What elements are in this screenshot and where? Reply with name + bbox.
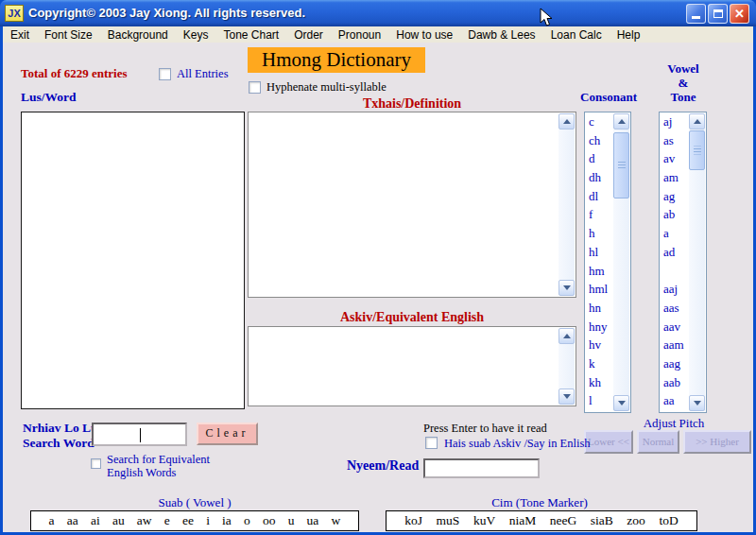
menu-item[interactable]: Font Size <box>37 27 100 43</box>
vowel-tone-scrollbar[interactable] <box>689 113 705 411</box>
hyphenate-checkbox[interactable] <box>249 81 261 94</box>
suab-key[interactable]: o <box>244 513 250 528</box>
search-input[interactable] <box>92 423 187 446</box>
cim-key[interactable]: niaM <box>509 513 537 528</box>
vowel-tone-item[interactable]: aaj <box>660 280 690 299</box>
scroll-thumb[interactable] <box>613 132 629 198</box>
definition-scrollbar[interactable] <box>558 113 575 296</box>
suab-key[interactable]: e <box>164 513 170 528</box>
suab-key[interactable]: aw <box>137 513 152 528</box>
consonant-item[interactable]: dh <box>585 168 614 187</box>
minimize-button[interactable] <box>686 4 706 24</box>
vowel-tone-item[interactable]: am <box>660 168 690 187</box>
consonant-item[interactable]: l <box>585 391 614 410</box>
cim-key[interactable]: toD <box>659 513 678 528</box>
consonant-item[interactable]: hv <box>585 336 614 354</box>
vowel-tone-item[interactable]: aad <box>660 410 690 412</box>
cim-key[interactable]: muS <box>437 513 460 528</box>
close-button[interactable] <box>730 4 749 24</box>
all-entries-checkbox[interactable] <box>159 68 171 80</box>
vowel-tone-item[interactable]: av <box>660 149 690 168</box>
consonant-item[interactable]: d <box>585 149 614 168</box>
consonant-item[interactable]: hml <box>585 280 614 299</box>
suab-key[interactable]: aa <box>67 513 78 528</box>
consonant-item[interactable]: dl <box>585 187 614 206</box>
word-listbox[interactable] <box>21 112 245 409</box>
vowel-tone-item[interactable]: ad <box>660 243 690 262</box>
app-icon: JX <box>5 5 24 22</box>
consonant-item[interactable]: kh <box>585 373 614 392</box>
vowel-tone-item[interactable]: aj <box>660 112 690 131</box>
scroll-up-button[interactable] <box>558 113 575 129</box>
cim-key[interactable]: koJ <box>404 513 422 528</box>
menu-item[interactable]: Order <box>286 27 331 43</box>
suab-key[interactable]: w <box>332 513 341 528</box>
vowel-tone-item[interactable]: a <box>660 224 690 243</box>
title-bar[interactable]: JX Copyright© 2003 Jay Xiong. All rights… <box>0 0 756 26</box>
vowel-tone-item[interactable]: aav <box>660 318 690 337</box>
suab-key[interactable]: a <box>49 513 55 528</box>
menu-item[interactable]: Exit <box>3 27 37 43</box>
cim-tone-label: Cim (Tone Marker) <box>386 495 694 510</box>
menu-item[interactable]: Keys <box>176 27 216 43</box>
menu-item[interactable]: Tone Chart <box>215 27 286 43</box>
english-textarea[interactable] <box>248 326 576 406</box>
cim-key[interactable]: neeG <box>550 513 576 528</box>
vowel-tone-item[interactable]: ag <box>660 187 690 206</box>
suab-key[interactable]: ia <box>222 513 232 528</box>
english-scrollbar[interactable] <box>558 328 575 405</box>
consonant-item[interactable]: hl <box>585 243 614 262</box>
consonant-item[interactable]: hn <box>585 299 614 318</box>
consonant-item[interactable]: hny <box>585 318 614 337</box>
restore-button[interactable] <box>708 4 728 24</box>
menu-item[interactable]: Help <box>610 27 648 43</box>
vowel-tone-item[interactable]: aag <box>660 354 690 373</box>
suab-key[interactable]: au <box>112 513 125 528</box>
search-equivalent-checkbox[interactable] <box>91 458 101 469</box>
suab-key[interactable]: u <box>288 513 295 528</box>
vowel-tone-item[interactable]: aas <box>660 299 690 318</box>
cim-key[interactable]: siaB <box>591 513 613 528</box>
vowel-tone-item[interactable]: aab <box>660 373 690 392</box>
vowel-tone-item[interactable]: aam <box>660 336 690 354</box>
consonant-item[interactable]: f <box>585 205 614 224</box>
menu-item[interactable]: Pronoun <box>331 27 388 43</box>
menu-item[interactable]: Loan Calc <box>543 27 610 43</box>
consonant-item[interactable]: k <box>585 354 614 373</box>
vowel-tone-listbox: ajasavamagabaadaajaasaavaamaagaabaaaad <box>659 112 707 413</box>
menu-item[interactable]: Background <box>100 27 176 43</box>
consonant-item[interactable]: h <box>585 224 614 243</box>
definition-textarea[interactable] <box>248 112 576 298</box>
cim-key[interactable]: zoo <box>627 513 645 528</box>
suab-key[interactable]: oo <box>263 513 276 528</box>
pitch-lower-button[interactable]: Lower << <box>584 430 633 454</box>
menu-item[interactable]: How to use <box>388 27 460 43</box>
scroll-up-button[interactable] <box>613 113 629 129</box>
pitch-higher-button[interactable]: >> Higher <box>683 430 751 454</box>
consonant-item[interactable]: c <box>585 112 614 131</box>
cim-key[interactable]: kuV <box>473 513 495 528</box>
consonant-item[interactable]: hm <box>585 262 614 281</box>
menu-item[interactable]: Dawb & Lees <box>460 27 542 43</box>
clear-button[interactable]: Clear <box>197 423 258 445</box>
read-input[interactable] <box>423 458 540 478</box>
vowel-tone-item[interactable]: as <box>660 131 690 150</box>
consonant-item[interactable]: ch <box>585 131 614 150</box>
scroll-thumb[interactable] <box>689 130 705 170</box>
scroll-down-button[interactable] <box>613 395 629 411</box>
pitch-normal-button[interactable]: Normal <box>637 430 679 454</box>
suab-key[interactable]: ai <box>91 513 100 528</box>
scroll-up-button[interactable] <box>689 113 705 129</box>
suab-key[interactable]: ee <box>182 513 194 528</box>
say-in-english-checkbox[interactable] <box>425 437 438 449</box>
suab-key[interactable]: i <box>206 513 210 528</box>
scroll-down-button[interactable] <box>689 395 705 411</box>
vowel-tone-item[interactable]: aa <box>660 391 690 410</box>
vowel-tone-item[interactable]: ab <box>660 205 690 224</box>
suab-key[interactable]: ua <box>307 513 319 528</box>
scroll-down-button[interactable] <box>558 388 575 405</box>
scroll-down-button[interactable] <box>558 280 575 296</box>
consonant-scrollbar[interactable] <box>613 113 629 411</box>
vowel-tone-item[interactable] <box>660 262 690 281</box>
scroll-up-button[interactable] <box>558 328 575 344</box>
